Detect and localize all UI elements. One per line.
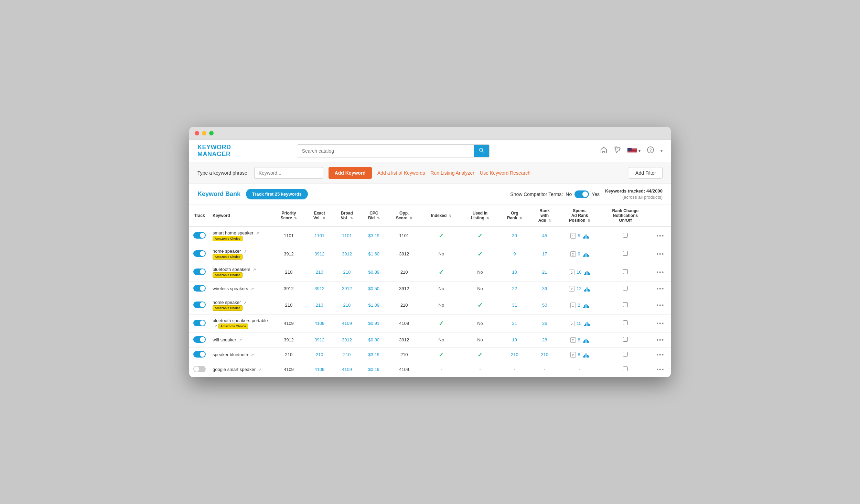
dots-menu-icon[interactable]: ••• bbox=[656, 302, 664, 308]
exact-vol-cell[interactable]: 210 bbox=[306, 263, 333, 281]
rank-with-ads-cell[interactable]: 39 bbox=[530, 281, 559, 296]
dots-menu-icon[interactable]: ••• bbox=[656, 366, 664, 372]
dots-menu-icon[interactable]: ••• bbox=[656, 269, 664, 275]
exact-vol-cell[interactable]: 210 bbox=[306, 296, 333, 314]
org-rank-cell[interactable]: 10 bbox=[499, 263, 531, 281]
notification-cell[interactable] bbox=[601, 263, 650, 281]
rank-with-ads-cell[interactable]: 21 bbox=[530, 263, 559, 281]
flag-selector[interactable]: ▾ bbox=[627, 148, 641, 154]
actions-cell[interactable]: ••• bbox=[650, 296, 671, 314]
track-keywords-button[interactable]: Track first 25 keywords bbox=[246, 189, 308, 199]
track-toggle[interactable] bbox=[193, 351, 206, 358]
exact-vol-cell[interactable]: 3912 bbox=[306, 281, 333, 296]
broad-vol-cell[interactable]: 1101 bbox=[333, 227, 361, 245]
add-filter-button[interactable]: Add Filter bbox=[629, 167, 663, 179]
actions-cell[interactable]: ••• bbox=[650, 281, 671, 296]
notification-checkbox[interactable] bbox=[623, 366, 628, 371]
external-link-icon[interactable]: ↗ bbox=[258, 368, 261, 372]
actions-cell[interactable]: ••• bbox=[650, 263, 671, 281]
close-btn[interactable] bbox=[195, 131, 199, 135]
org-rank-cell[interactable]: 30 bbox=[499, 227, 531, 245]
track-toggle[interactable] bbox=[193, 320, 206, 326]
external-link-icon[interactable]: ↗ bbox=[244, 249, 247, 253]
external-link-icon[interactable]: ↗ bbox=[251, 353, 254, 357]
notification-cell[interactable] bbox=[601, 314, 650, 332]
org-rank-cell[interactable]: - bbox=[499, 362, 531, 377]
track-toggle[interactable] bbox=[193, 285, 206, 292]
broad-vol-cell[interactable]: 210 bbox=[333, 263, 361, 281]
keyword-phrase-input[interactable] bbox=[254, 167, 323, 179]
competitor-toggle-switch[interactable] bbox=[574, 190, 589, 198]
notification-cell[interactable] bbox=[601, 296, 650, 314]
notification-checkbox[interactable] bbox=[623, 337, 628, 342]
exact-vol-cell[interactable]: 210 bbox=[306, 347, 333, 362]
dots-menu-icon[interactable]: ••• bbox=[656, 352, 664, 358]
dots-menu-icon[interactable]: ••• bbox=[656, 251, 664, 257]
minimize-btn[interactable] bbox=[202, 131, 206, 135]
notification-cell[interactable] bbox=[601, 332, 650, 347]
use-research-link[interactable]: Use Keyword Research bbox=[480, 170, 530, 176]
track-toggle[interactable] bbox=[193, 302, 206, 308]
external-link-icon[interactable]: ↗ bbox=[256, 231, 259, 235]
rank-with-ads-cell[interactable]: 36 bbox=[530, 314, 559, 332]
run-analyzer-link[interactable]: Run Listing Analyzer bbox=[430, 170, 474, 176]
external-link-icon[interactable]: ↗ bbox=[244, 300, 247, 305]
notification-cell[interactable] bbox=[601, 362, 650, 377]
notification-checkbox[interactable] bbox=[623, 320, 628, 325]
broad-vol-cell[interactable]: 210 bbox=[333, 296, 361, 314]
org-rank-cell[interactable]: 22 bbox=[499, 281, 531, 296]
add-list-link[interactable]: Add a list of Keywords bbox=[377, 170, 425, 176]
exact-vol-cell[interactable]: 1101 bbox=[306, 227, 333, 245]
notification-checkbox[interactable] bbox=[623, 251, 628, 256]
external-link-icon[interactable]: ↗ bbox=[251, 287, 254, 291]
rank-with-ads-cell[interactable]: 210 bbox=[530, 347, 559, 362]
actions-cell[interactable]: ••• bbox=[650, 347, 671, 362]
track-toggle[interactable] bbox=[193, 336, 206, 343]
notification-cell[interactable] bbox=[601, 245, 650, 263]
search-button[interactable] bbox=[474, 145, 489, 157]
external-link-icon[interactable]: ↗ bbox=[214, 324, 217, 328]
actions-cell[interactable]: ••• bbox=[650, 245, 671, 263]
rank-with-ads-cell[interactable]: 28 bbox=[530, 332, 559, 347]
rank-with-ads-cell[interactable]: 17 bbox=[530, 245, 559, 263]
maximize-btn[interactable] bbox=[209, 131, 214, 135]
org-rank-cell[interactable]: 9 bbox=[499, 245, 531, 263]
external-link-icon[interactable]: ↗ bbox=[239, 338, 242, 342]
broad-vol-cell[interactable]: 4109 bbox=[333, 362, 361, 377]
notification-checkbox[interactable] bbox=[623, 269, 628, 274]
actions-cell[interactable]: ••• bbox=[650, 362, 671, 377]
org-rank-cell[interactable]: 19 bbox=[499, 332, 531, 347]
dots-menu-icon[interactable]: ••• bbox=[656, 233, 664, 239]
exact-vol-cell[interactable]: 4109 bbox=[306, 362, 333, 377]
broad-vol-cell[interactable]: 3912 bbox=[333, 332, 361, 347]
broad-vol-cell[interactable]: 4109 bbox=[333, 314, 361, 332]
dots-menu-icon[interactable]: ••• bbox=[656, 320, 664, 326]
external-link-icon[interactable]: ↗ bbox=[253, 267, 256, 272]
notification-checkbox[interactable] bbox=[623, 233, 628, 238]
exact-vol-cell[interactable]: 3912 bbox=[306, 332, 333, 347]
notification-checkbox[interactable] bbox=[623, 352, 628, 357]
help-icon[interactable]: ? bbox=[647, 146, 654, 155]
org-rank-cell[interactable]: 31 bbox=[499, 296, 531, 314]
exact-vol-cell[interactable]: 3912 bbox=[306, 245, 333, 263]
actions-cell[interactable]: ••• bbox=[650, 227, 671, 245]
track-toggle[interactable] bbox=[193, 269, 206, 275]
broad-vol-cell[interactable]: 210 bbox=[333, 347, 361, 362]
actions-cell[interactable]: ••• bbox=[650, 332, 671, 347]
track-toggle[interactable] bbox=[193, 250, 206, 257]
notification-cell[interactable] bbox=[601, 227, 650, 245]
notification-cell[interactable] bbox=[601, 281, 650, 296]
dots-menu-icon[interactable]: ••• bbox=[656, 286, 664, 292]
rank-with-ads-cell[interactable]: - bbox=[530, 362, 559, 377]
add-keyword-button[interactable]: Add Keyword bbox=[329, 167, 372, 179]
org-rank-cell[interactable]: 210 bbox=[499, 347, 531, 362]
notification-cell[interactable] bbox=[601, 347, 650, 362]
actions-cell[interactable]: ••• bbox=[650, 314, 671, 332]
org-rank-cell[interactable]: 21 bbox=[499, 314, 531, 332]
search-input[interactable] bbox=[297, 145, 474, 156]
rank-with-ads-cell[interactable]: 45 bbox=[530, 227, 559, 245]
track-toggle[interactable] bbox=[193, 366, 206, 372]
broad-vol-cell[interactable]: 3912 bbox=[333, 281, 361, 296]
broad-vol-cell[interactable]: 3912 bbox=[333, 245, 361, 263]
rank-with-ads-cell[interactable]: 50 bbox=[530, 296, 559, 314]
